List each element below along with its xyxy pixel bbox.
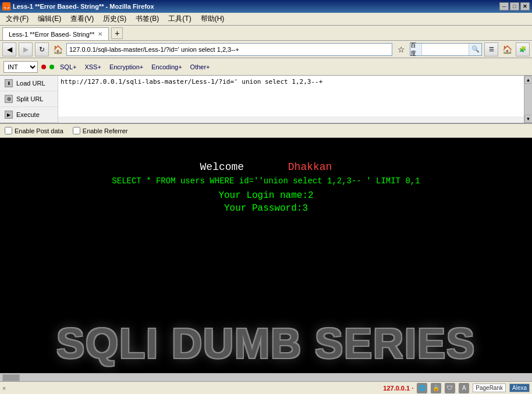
address-input[interactable]	[66, 43, 392, 56]
scrollbar-thumb[interactable]	[2, 374, 20, 381]
other-menu-button[interactable]: Other+	[188, 62, 212, 72]
execute-icon: ▶	[5, 111, 13, 119]
search-input[interactable]	[422, 44, 469, 55]
search-submit-button[interactable]: 🔍	[469, 44, 481, 55]
sqli-banner-text: SQLI DUMB SERIES	[56, 320, 476, 367]
post-data-label: Enable Post data	[15, 127, 63, 134]
hackbar-toolbar: INT STR BLIND SQL+ XSS+ Encryption+ Enco…	[0, 58, 532, 76]
url-sidebar: ⬇ Load URL ⚙ Split URL ▶ Execute	[0, 76, 58, 123]
split-url-label: Split URL	[16, 95, 43, 102]
address-bar: ◀ ▶ ↻ 🏠 ☆ 百度 🔍 ☰ 🏠 🧩	[0, 41, 532, 58]
forward-button[interactable]: ▶	[19, 42, 33, 56]
tab-close-icon[interactable]: ✕	[98, 31, 102, 37]
scroll-up-arrow[interactable]: ▲	[524, 76, 533, 84]
search-box: 百度 🔍	[410, 43, 482, 56]
main-content: Welcome Dhakkan SELECT * FROM users WHER…	[0, 138, 532, 373]
url-textarea[interactable]: http://127.0.0.1/sqli-labs-master/Less-1…	[58, 76, 524, 116]
toolbar-home-icon[interactable]: 🏠	[501, 43, 513, 56]
status-icon-3: 🛡	[445, 383, 455, 393]
menu-tools[interactable]: 工具(T)	[164, 13, 196, 25]
title-bar: 🦊 Less-1 **Error Based- String** - Mozil…	[0, 0, 532, 13]
type-select[interactable]: INT STR BLIND	[3, 61, 38, 73]
browser-icon: 🦊	[2, 2, 10, 10]
menu-view[interactable]: 查看(V)	[66, 13, 98, 25]
referrer-label: Enable Referrer	[83, 127, 128, 134]
execute-button[interactable]: ▶ Execute	[0, 107, 58, 123]
browser-window: 🦊 Less-1 **Error Based- String** - Mozil…	[0, 0, 532, 394]
title-bar-left: 🦊 Less-1 **Error Based- String** - Mozil…	[2, 2, 154, 10]
execute-label: Execute	[16, 111, 40, 118]
menu-help[interactable]: 帮助(H)	[196, 13, 229, 25]
alexa-box: Alexa	[509, 384, 530, 392]
menu-bar: 文件(F) 编辑(E) 查看(V) 历史(S) 书签(B) 工具(T) 帮助(H…	[0, 13, 532, 26]
checkbox-row: Enable Post data Enable Referrer	[0, 124, 532, 138]
search-engine-icon: 百度	[410, 44, 422, 55]
welcome-text: Welcome	[200, 161, 244, 173]
close-button[interactable]: ✕	[520, 2, 530, 10]
bookmark-star-icon[interactable]: ☆	[395, 43, 407, 56]
home-button[interactable]: 🏠	[51, 43, 64, 56]
status-right: 127.0.0.1 · 🌐 🔒 🛡 A PageRank Alexa	[383, 383, 530, 393]
status-icon-2: 🔒	[431, 383, 441, 393]
sql-query-text: SELECT * FROM users WHERE id=''union sel…	[112, 176, 420, 186]
scroll-down-arrow[interactable]: ▼	[524, 115, 533, 123]
status-text: ×	[2, 385, 6, 392]
reload-button[interactable]: ↻	[35, 42, 49, 56]
title-bar-controls: ─ □ ✕	[499, 2, 530, 10]
menu-bookmarks[interactable]: 书签(B)	[131, 13, 164, 25]
minimize-button[interactable]: ─	[499, 2, 509, 10]
split-url-button[interactable]: ⚙ Split URL	[0, 91, 58, 107]
menu-icon[interactable]: ☰	[484, 42, 498, 56]
encoding-menu-button[interactable]: Encoding+	[149, 62, 184, 72]
active-tab[interactable]: Less-1 **Error Based- String** ✕	[2, 27, 109, 40]
url-scrollbar: ▲ ▼	[524, 76, 532, 123]
search-engine-label: 百度	[410, 41, 421, 58]
pagerank-box: PageRank	[473, 384, 506, 392]
status-icon-1: 🌐	[417, 383, 427, 393]
login-name-text: Your Login name:2	[218, 190, 313, 201]
menu-history[interactable]: 历史(S)	[98, 13, 131, 25]
url-textarea-container: http://127.0.0.1/sqli-labs-master/Less-1…	[58, 76, 524, 123]
password-text: Your Password:3	[224, 203, 308, 214]
maximize-button[interactable]: □	[510, 2, 519, 10]
load-url-label: Load URL	[16, 80, 45, 87]
welcome-line: Welcome Dhakkan	[200, 161, 332, 173]
sql-menu-button[interactable]: SQL+	[58, 62, 79, 72]
split-url-icon: ⚙	[5, 95, 13, 103]
referrer-checkbox-label[interactable]: Enable Referrer	[73, 127, 128, 134]
load-url-icon: ⬇	[5, 79, 13, 87]
tab-bar: Less-1 **Error Based- String** ✕ +	[0, 26, 532, 41]
new-tab-button[interactable]: +	[111, 27, 123, 39]
red-dot-icon	[41, 65, 46, 69]
post-data-checkbox[interactable]	[5, 127, 12, 134]
url-panel: ⬇ Load URL ⚙ Split URL ▶ Execute http://…	[0, 76, 532, 124]
tab-label: Less-1 **Error Based- String**	[9, 31, 94, 38]
horizontal-scrollbar[interactable]	[0, 373, 532, 381]
referrer-checkbox[interactable]	[73, 127, 80, 134]
ip-address-text: 127.0.0.1 ·	[383, 385, 413, 392]
back-button[interactable]: ◀	[2, 42, 16, 56]
post-data-checkbox-label[interactable]: Enable Post data	[5, 127, 63, 134]
xss-menu-button[interactable]: XSS+	[82, 62, 103, 72]
window-title: Less-1 **Error Based- String** - Mozilla…	[13, 3, 154, 10]
sqli-banner: SQLI DUMB SERIES	[0, 320, 532, 367]
load-url-button[interactable]: ⬇ Load URL	[0, 76, 58, 91]
status-bar: × 127.0.0.1 · 🌐 🔒 🛡 A PageRank Alexa	[0, 381, 532, 394]
menu-edit[interactable]: 编辑(E)	[33, 13, 66, 25]
alexa-icon: A	[459, 383, 469, 393]
user-name-text: Dhakkan	[288, 161, 332, 173]
addon-icon[interactable]: 🧩	[516, 42, 530, 56]
encryption-menu-button[interactable]: Encryption+	[107, 62, 146, 72]
menu-file[interactable]: 文件(F)	[1, 13, 33, 25]
green-dot-icon	[49, 65, 54, 69]
